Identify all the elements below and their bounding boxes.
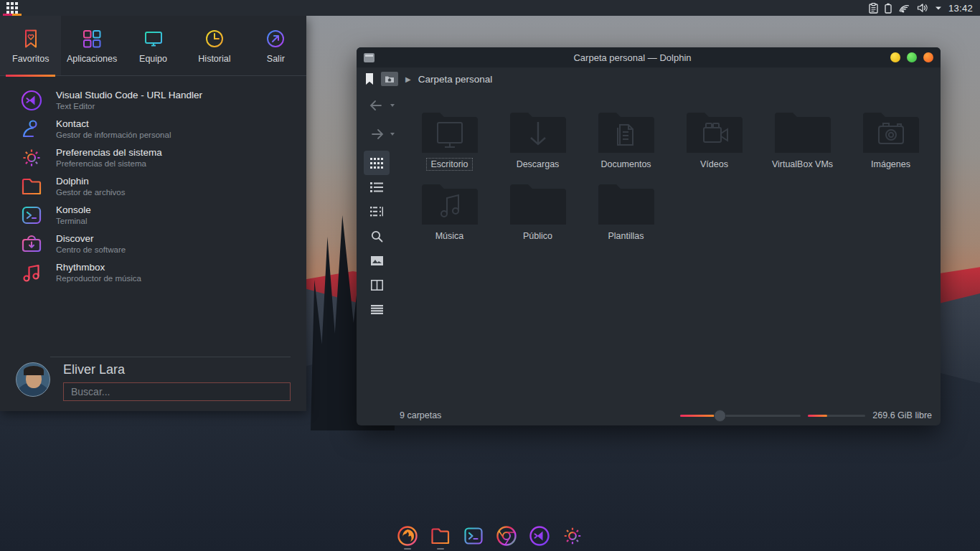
tab-label: Favoritos — [12, 54, 49, 64]
app-item-discover[interactable]: Discover Centro de software — [0, 230, 306, 258]
music-note-icon — [20, 261, 43, 284]
user-name: Eliver Lara — [63, 362, 291, 377]
user-area: Eliver Lara — [0, 362, 306, 401]
tab-historial[interactable]: Historial — [184, 16, 245, 75]
minimize-button[interactable] — [890, 52, 900, 62]
app-item-rhythmbox[interactable]: Rhythmbox Reproductor de música — [0, 258, 306, 287]
maximize-button[interactable] — [907, 52, 917, 62]
preview-button[interactable] — [364, 248, 390, 273]
zoom-slider-fill — [680, 415, 715, 417]
tab-salir[interactable]: Salir — [245, 16, 306, 75]
launcher-active-indicator — [3, 14, 22, 16]
breadcrumb-separator-icon[interactable]: ▶ — [405, 75, 411, 83]
firefox-icon — [397, 525, 418, 547]
home-breadcrumb-button[interactable] — [381, 72, 398, 86]
close-button[interactable] — [923, 52, 933, 62]
folder-escritorio[interactable]: Escritorio — [405, 109, 494, 171]
dock-dolphin[interactable] — [430, 525, 451, 547]
app-subtitle: Text Editor — [56, 101, 202, 111]
folder-label: VirtualBox VMs — [768, 158, 837, 171]
menu-button[interactable] — [364, 297, 390, 321]
split-view-button[interactable] — [364, 273, 390, 297]
clipboard-icon[interactable] — [869, 3, 878, 14]
folder-documentos[interactable]: Documentos — [582, 109, 670, 171]
folder-descargas[interactable]: Descargas — [494, 109, 582, 171]
compact-view-button[interactable] — [364, 199, 390, 224]
chevron-down-icon[interactable] — [935, 6, 942, 11]
app-item-konsole[interactable]: Konsole Terminal — [0, 201, 306, 230]
panel-clock[interactable]: 13:42 — [948, 3, 973, 14]
tab-favoritos[interactable]: Favoritos — [0, 16, 61, 75]
zoom-slider[interactable] — [680, 410, 801, 420]
dock-vscode[interactable] — [529, 525, 550, 547]
terminal-icon — [463, 525, 484, 547]
disk-capacity-bar — [808, 415, 865, 417]
folder-label: Documentos — [596, 158, 655, 171]
app-grid-icon — [81, 28, 103, 50]
network-icon[interactable] — [898, 3, 910, 13]
app-item-preferencias[interactable]: Preferencias del sistema Preferencias de… — [0, 143, 306, 172]
user-avatar[interactable] — [16, 362, 50, 397]
folder-plantillas[interactable]: Plantillas — [582, 181, 670, 242]
folder-videos[interactable]: Vídeos — [670, 109, 758, 171]
terminal-icon — [20, 204, 43, 227]
launcher-tabs: Favoritos Aplicaciones Equipo H — [0, 16, 306, 76]
back-button[interactable] — [364, 93, 390, 118]
app-item-vscode[interactable]: Visual Studio Code - URL Handler Text Ed… — [0, 86, 306, 115]
folder-label: Escritorio — [426, 158, 472, 171]
free-space: 269.6 GiB libre — [872, 410, 932, 420]
person-icon — [20, 118, 43, 141]
battery-icon[interactable] — [885, 3, 892, 14]
app-launcher-button[interactable] — [0, 0, 24, 16]
app-subtitle: Gestor de información personal — [56, 130, 171, 140]
app-title: Discover — [56, 233, 126, 245]
breadcrumb-location[interactable]: Carpeta personal — [418, 74, 493, 85]
tab-aplicaciones[interactable]: Aplicaciones — [61, 16, 122, 75]
dock — [397, 525, 583, 550]
forward-button[interactable] — [364, 122, 390, 146]
folder-imagenes[interactable]: Imágenes — [847, 109, 935, 171]
vscode-icon — [529, 525, 550, 547]
window-titlebar[interactable]: Carpeta personal — Dolphin — [357, 47, 941, 67]
zoom-slider-handle[interactable] — [714, 410, 726, 422]
back-dropdown-icon[interactable] — [390, 103, 395, 108]
icons-view-button[interactable] — [364, 151, 390, 175]
list-view-button[interactable] — [364, 175, 390, 199]
tab-equipo[interactable]: Equipo — [123, 16, 184, 75]
monitor-icon — [143, 28, 164, 50]
app-item-kontact[interactable]: Kontact Gestor de información personal — [0, 115, 306, 143]
vscode-icon — [20, 89, 43, 112]
chrome-icon — [496, 525, 517, 547]
folder-virtualbox-vms[interactable]: VirtualBox VMs — [758, 109, 847, 171]
folder-musica[interactable]: Música — [405, 181, 494, 242]
app-subtitle: Gestor de archivos — [56, 187, 126, 197]
folder-publico[interactable]: Público — [494, 181, 582, 242]
search-input[interactable] — [63, 382, 291, 401]
app-item-dolphin[interactable]: Dolphin Gestor de archivos — [0, 172, 306, 201]
forward-dropdown-icon[interactable] — [390, 132, 395, 136]
volume-icon[interactable] — [917, 3, 928, 13]
dolphin-toolbar — [357, 90, 397, 405]
dock-system-settings[interactable] — [562, 525, 583, 547]
folder-icon — [430, 525, 451, 547]
dolphin-window: Carpeta personal — Dolphin ▶ Carpeta per… — [357, 47, 941, 425]
software-bag-icon — [20, 232, 43, 255]
tab-label: Salir — [267, 54, 285, 64]
top-panel: 13:42 — [0, 0, 980, 16]
dock-konsole[interactable] — [463, 525, 484, 547]
app-subtitle: Centro de software — [56, 245, 126, 255]
app-grid-icon — [6, 2, 18, 14]
app-title: Kontact — [56, 118, 171, 130]
dock-chrome[interactable] — [496, 525, 517, 547]
logout-arrow-icon — [265, 28, 286, 50]
window-title: Carpeta personal — Dolphin — [374, 52, 890, 63]
dock-firefox[interactable] — [397, 525, 418, 547]
folder-icon — [20, 175, 43, 198]
menu-divider — [50, 357, 291, 357]
app-title: Rhythmbox — [56, 262, 141, 273]
gear-icon — [20, 146, 43, 169]
app-title: Konsole — [56, 204, 91, 216]
search-button[interactable] — [364, 224, 390, 248]
bookmark-icon[interactable] — [365, 73, 374, 85]
app-title: Preferencias del sistema — [56, 147, 162, 159]
